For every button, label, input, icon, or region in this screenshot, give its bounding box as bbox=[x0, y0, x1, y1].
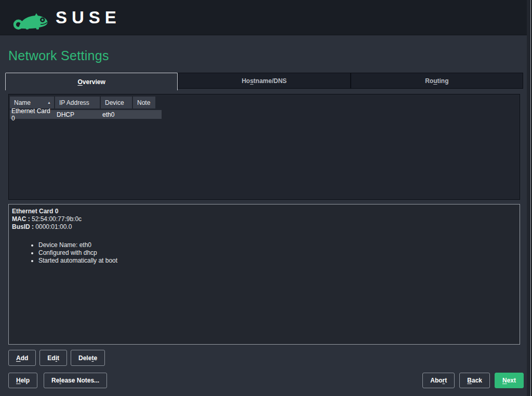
abort-button[interactable]: Abort bbox=[422, 373, 455, 388]
detail-bullet: Device Name: eth0 bbox=[38, 241, 515, 249]
details-device-title: Ethernet Card 0 bbox=[12, 208, 515, 215]
sort-ascending-icon: ▲ bbox=[47, 101, 51, 104]
release-notes-button[interactable]: Release Notes... bbox=[44, 373, 107, 388]
devices-table: Name ▲ IP Address Device Note Ethernet C… bbox=[8, 94, 520, 200]
tab-overview[interactable]: Overview bbox=[5, 73, 178, 90]
back-button[interactable]: Back bbox=[459, 373, 490, 388]
details-bullet-list: Device Name: eth0 Configured with dhcp S… bbox=[12, 241, 515, 265]
cell-ip-address: DHCP bbox=[55, 111, 101, 118]
details-busid-field: BusID : 0000:01:00.0 bbox=[12, 223, 515, 231]
suse-chameleon-logo-icon bbox=[13, 6, 49, 30]
table-row-ethernet-card-0[interactable]: Ethernet Card 0 DHCP eth0 bbox=[10, 110, 162, 119]
table-actions-row: Add Edit Delete bbox=[8, 350, 105, 366]
table-header-row: Name ▲ IP Address Device Note bbox=[10, 97, 520, 108]
help-button[interactable]: Help bbox=[8, 373, 37, 388]
add-button[interactable]: Add bbox=[8, 350, 36, 366]
column-header-note[interactable]: Note bbox=[133, 97, 155, 108]
detail-bullet: Configured with dhcp bbox=[38, 249, 515, 257]
column-header-device[interactable]: Device bbox=[101, 97, 132, 108]
right-scrollbar-gutter bbox=[527, 0, 532, 396]
wizard-footer: Help Release Notes... Abort Back Next bbox=[8, 373, 524, 388]
edit-button[interactable]: Edit bbox=[39, 350, 67, 366]
detail-bullet: Started automatically at boot bbox=[38, 257, 515, 265]
cell-device: eth0 bbox=[101, 111, 133, 118]
yast-installer-window: SUSE Network Settings Overview Hostname/… bbox=[0, 0, 532, 396]
page-title: Network Settings bbox=[8, 48, 109, 63]
wizard-nav-group: Abort Back Next bbox=[422, 373, 524, 388]
column-header-ip-address[interactable]: IP Address bbox=[55, 97, 100, 108]
tab-routing[interactable]: Routing bbox=[351, 73, 523, 89]
details-mac-field: MAC : 52:54:00:77:9b:0c bbox=[12, 215, 515, 223]
delete-button[interactable]: Delete bbox=[71, 350, 105, 366]
next-button[interactable]: Next bbox=[495, 373, 524, 388]
suse-wordmark: SUSE bbox=[56, 9, 121, 26]
device-details-panel: Ethernet Card 0 MAC : 52:54:00:77:9b:0c … bbox=[8, 204, 520, 345]
tab-hostname-dns[interactable]: Hostname/DNS bbox=[178, 73, 350, 89]
tab-bar: Overview Hostname/DNS Routing bbox=[5, 73, 523, 90]
top-bar: SUSE bbox=[0, 0, 527, 35]
cell-name: Ethernet Card 0 bbox=[10, 107, 55, 122]
